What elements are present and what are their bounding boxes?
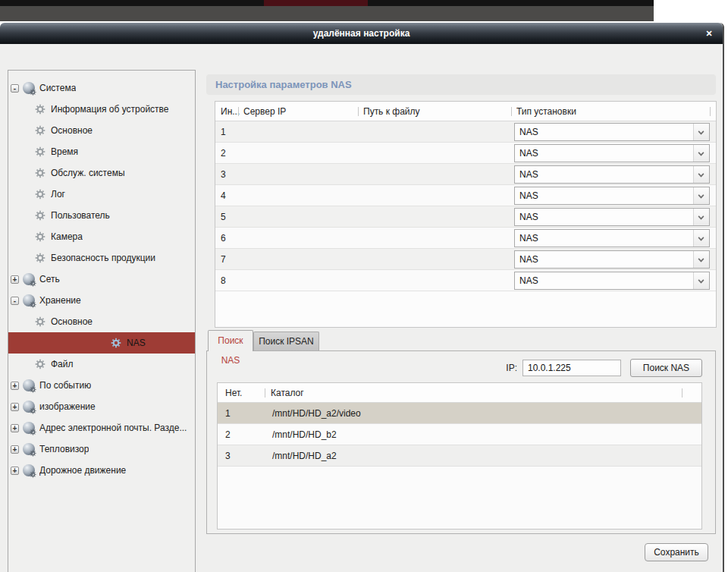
gear-icon [35, 316, 46, 327]
sidebar-item-event[interactable]: + По событию [8, 375, 195, 396]
ip-label: IP: [495, 363, 517, 373]
nas-row[interactable]: 8 NAS [215, 270, 716, 291]
nas-row-index: 8 [221, 275, 226, 286]
dropdown-value: NAS [519, 166, 538, 183]
sidebar-item-label: Хранение [39, 295, 81, 306]
expand-icon[interactable]: + [11, 424, 19, 432]
tab-search-ipsan[interactable]: Поиск IPSAN [253, 332, 319, 350]
mount-type-dropdown[interactable]: NAS [514, 165, 710, 184]
expand-icon[interactable]: + [11, 382, 19, 390]
category-icon [23, 82, 35, 94]
dropdown-value: NAS [519, 251, 538, 268]
chevron-down-icon[interactable] [693, 124, 709, 140]
save-button[interactable]: Сохранить [645, 543, 708, 561]
chevron-down-icon[interactable] [693, 145, 709, 162]
category-icon [23, 401, 35, 413]
chevron-down-icon[interactable] [693, 166, 709, 183]
sidebar-item-label: Информация об устройстве [51, 104, 169, 115]
sidebar-item-log[interactable]: Лог [8, 184, 195, 205]
sidebar-item-label: Система [39, 83, 76, 93]
collapse-icon[interactable]: - [11, 297, 19, 305]
expand-icon[interactable]: + [11, 445, 19, 454]
nas-row[interactable]: 1 NAS [215, 121, 716, 143]
directory-path: /mnt/HD/HD_b2 [272, 429, 337, 440]
gear-icon [30, 407, 36, 414]
gear-icon [35, 231, 46, 242]
category-icon [23, 422, 35, 434]
column-divider [358, 107, 359, 116]
sidebar-item-traffic[interactable]: + Дорожное движение [8, 460, 195, 481]
sidebar-item-general-storage[interactable]: Основное [8, 311, 195, 332]
dialog-title: удалённая настройка [0, 23, 723, 44]
chevron-down-icon[interactable] [693, 187, 709, 204]
sidebar-item-image[interactable]: + изображение [8, 396, 195, 417]
gear-icon [35, 104, 46, 115]
sidebar-item-network[interactable]: + Сеть [8, 269, 195, 290]
column-divider [682, 388, 682, 398]
nas-row[interactable]: 5 NAS [215, 206, 716, 228]
sidebar-item-user[interactable]: Пользователь [8, 205, 195, 226]
collapse-icon[interactable]: - [11, 84, 19, 93]
ip-input[interactable] [522, 360, 621, 376]
nas-row-index: 2 [221, 148, 226, 159]
nas-row[interactable]: 7 NAS [215, 249, 716, 270]
dropdown-value: NAS [519, 187, 538, 204]
background-app-accent [264, 0, 368, 6]
category-icon [23, 443, 35, 455]
directory-row[interactable]: 1 /mnt/HD/HD_a2/video [218, 403, 701, 424]
dropdown-value: NAS [519, 124, 538, 140]
mount-type-dropdown[interactable]: NAS [514, 208, 710, 226]
nas-row-index: 6 [221, 233, 226, 244]
expand-icon[interactable]: + [11, 275, 19, 284]
directory-row[interactable]: 3 /mnt/HD/HD_a2 [218, 445, 701, 467]
expand-icon[interactable]: + [11, 403, 19, 411]
dropdown-value: NAS [519, 209, 538, 225]
sidebar-item-email[interactable]: + Адрес электронной почты. Разде... [8, 417, 195, 438]
directory-no: 1 [225, 408, 231, 419]
search-nas-button[interactable]: Поиск NAS [630, 359, 702, 377]
gear-icon [30, 89, 36, 96]
sidebar-item-nas[interactable]: NAS [8, 332, 195, 354]
expand-icon[interactable]: + [11, 467, 19, 475]
nas-row[interactable]: 6 NAS [215, 228, 716, 249]
sidebar-item-system-maintenance[interactable]: Обслуж. системы [8, 162, 195, 184]
dialog-titlebar[interactable]: удалённая настройка ✕ [0, 23, 723, 44]
background-app-window [0, 0, 654, 21]
nas-row[interactable]: 3 NAS [215, 164, 716, 185]
mount-type-dropdown[interactable]: NAS [514, 229, 710, 247]
sidebar-item-storage[interactable]: - Хранение [8, 290, 195, 311]
mount-type-dropdown[interactable]: NAS [514, 250, 710, 269]
gear-icon [35, 210, 46, 221]
chevron-down-icon[interactable] [693, 230, 709, 247]
sidebar-item-device-info[interactable]: Информация об устройстве [8, 99, 195, 120]
directory-no: 3 [225, 451, 231, 461]
mount-type-dropdown[interactable]: NAS [514, 144, 710, 162]
sidebar-item-product-security[interactable]: Безопасность продукции [8, 247, 195, 269]
mount-type-dropdown[interactable]: NAS [514, 187, 710, 205]
gear-icon [30, 471, 36, 478]
column-divider [265, 388, 265, 398]
nas-row[interactable]: 2 NAS [215, 143, 716, 164]
chevron-down-icon[interactable] [693, 251, 709, 268]
directory-path: /mnt/HD/HD_a2/video [272, 408, 361, 419]
sidebar-item-system[interactable]: - Система [8, 77, 195, 99]
directory-no: 2 [225, 429, 231, 440]
sidebar-item-camera[interactable]: Камера [8, 226, 195, 247]
sidebar-item-time[interactable]: Время [8, 141, 195, 162]
chevron-down-icon[interactable] [693, 209, 709, 225]
sidebar-item-general-system[interactable]: Основное [8, 120, 195, 141]
nas-row[interactable]: 4 NAS [215, 185, 716, 206]
sidebar-item-label: Тепловизор [39, 444, 89, 454]
column-header-no: Нет. [225, 388, 242, 398]
mount-type-dropdown[interactable]: NAS [514, 123, 710, 141]
chevron-down-icon[interactable] [693, 272, 709, 289]
sidebar-item-file[interactable]: Файл [8, 354, 195, 375]
close-icon[interactable]: ✕ [703, 27, 715, 39]
tab-search-nas[interactable]: Поиск NAS [208, 330, 253, 351]
column-header-index: Ин... [221, 106, 240, 117]
mount-type-dropdown[interactable]: NAS [514, 272, 710, 290]
gear-icon [111, 338, 121, 348]
sidebar-item-label: Дорожное движение [39, 465, 126, 476]
directory-row[interactable]: 2 /mnt/HD/HD_b2 [218, 424, 701, 445]
sidebar-item-thermal[interactable]: + Тепловизор [8, 438, 195, 460]
